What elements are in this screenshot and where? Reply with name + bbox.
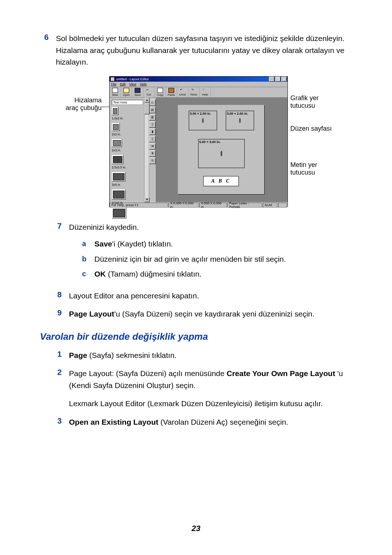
substep-a-text: Save'i (Kaydet) tıklatın.	[94, 238, 173, 250]
new-icon	[112, 88, 118, 93]
status-paper: Paper Letter : Portrait	[227, 203, 262, 208]
sec2-step2-num: 2	[53, 368, 62, 410]
align-vcenter-btn[interactable]: ▤	[149, 107, 156, 113]
ph-item-7[interactable]	[112, 208, 143, 219]
sec2-step3-text: Open an Existing Layout (Varolan Düzeni …	[69, 416, 352, 428]
cut-icon: ✂	[146, 88, 151, 93]
layout-editor-figure: Hizalama araç çubuğu Grafik yer tutucusu…	[58, 76, 334, 207]
toolbar-cut[interactable]: ✂Cut	[143, 87, 155, 97]
canvas-area: 3.00 × 2.00 in. 3.00 × 2.00 in. 5.00 × 3…	[156, 98, 287, 202]
substep-a-marker: a	[82, 238, 89, 250]
scroll-down-button[interactable]: ▼	[144, 197, 150, 202]
status-grip	[278, 203, 287, 208]
callout-graphic-placeholder: Grafik yer tutucusu	[290, 94, 319, 110]
toolbar-copy[interactable]: Copy	[155, 87, 166, 97]
step-number-6: 6	[40, 33, 49, 68]
help-icon: ?	[203, 88, 208, 93]
layout-page-canvas[interactable]: 3.00 × 2.00 in. 3.00 × 2.00 in. 5.00 × 3…	[178, 105, 264, 194]
open-icon	[123, 88, 129, 93]
substep-c-marker: c	[82, 268, 89, 280]
gear-icon	[202, 119, 204, 122]
substep-b-marker: b	[82, 253, 89, 265]
section-title-edit-existing-layout: Varolan bir düzende değişiklik yapma	[40, 331, 352, 342]
align-hcenter-btn[interactable]: ▮	[149, 128, 156, 135]
layout-editor-window: untitled - Layout Editor _ ❐ × File Edit…	[109, 76, 288, 207]
window-minimize-button[interactable]: _	[269, 77, 274, 82]
sec2-step1-text: Page (Sayfa) sekmesini tıklatın.	[69, 350, 352, 362]
gear-icon	[239, 119, 241, 122]
toolbar-open[interactable]: Open	[121, 87, 132, 97]
callout-align-toolbar: Hizalama araç çubuğu	[58, 97, 102, 112]
copy-icon	[157, 88, 163, 93]
window-maximize-button[interactable]: ❐	[275, 77, 281, 82]
step-number-9: 9	[53, 308, 62, 320]
redo-icon: ↷	[191, 88, 196, 93]
ph-item-2[interactable]: 2x2 in.	[112, 123, 143, 136]
toolbar-redo[interactable]: ↷Redo	[188, 87, 200, 97]
toolbar: New Open Save ✂Cut Copy Paste ↶Undo ↷Red…	[110, 87, 287, 98]
toolbar-undo[interactable]: ↶Undo	[177, 87, 188, 97]
text-area-label: Text Area	[112, 100, 143, 105]
sec2-step2-para2: Lexmark Layout Editor (Lexmark Düzen Düz…	[69, 398, 352, 410]
align-bottom-btn[interactable]: ▥	[149, 114, 156, 121]
step-number-8: 8	[53, 290, 62, 302]
window-titlebar: untitled - Layout Editor _ ❐ ×	[110, 77, 287, 82]
ph-item-6[interactable]: 3.5x5 in.	[112, 189, 143, 205]
toolbar-save[interactable]: Save	[132, 87, 143, 97]
window-title: untitled - Layout Editor	[116, 77, 149, 81]
page-number: 23	[0, 524, 392, 533]
alignment-toolbar: ▭ ▤ ▥ ▯ ▮ ▯ ⇆ ⇅ ↻	[149, 98, 156, 202]
callout-text-placeholder: Metin yer tutucusu	[290, 161, 317, 176]
substep-c-text: OK (Tamam) düğmesini tıklatın.	[94, 268, 201, 280]
text-placeholder[interactable]: A B C	[203, 176, 239, 186]
workarea: Text Area 1.6x2 in. 2x2 in. 2x3 in. 2.5x…	[110, 98, 287, 202]
gear-icon	[221, 152, 222, 155]
sec2-step2-text: Page Layout: (Sayfa Düzeni) açılı menüsü…	[69, 368, 352, 410]
step-text-6: Sol bölmedeki yer tutucuları düzen sayfa…	[56, 33, 352, 68]
window-app-icon	[110, 77, 115, 81]
step-number-7: 7	[53, 221, 62, 283]
toolbar-new[interactable]: New	[110, 87, 121, 97]
distribute-v-btn[interactable]: ⇅	[149, 150, 156, 157]
menu-help[interactable]: Help	[140, 82, 147, 86]
graphic-placeholder-1[interactable]: 3.00 × 2.00 in.	[189, 111, 217, 130]
align-left-btn[interactable]: ▯	[149, 121, 156, 128]
step-text-9: Page Layout'u (Sayfa Düzeni) seçin ve ka…	[69, 308, 352, 320]
menu-file[interactable]: File	[111, 82, 117, 86]
distribute-h-btn[interactable]: ⇆	[149, 143, 156, 150]
ph-item-4[interactable]: 2.5x3.5 in.	[112, 155, 143, 169]
window-menubar: File Edit View Help	[110, 82, 287, 87]
paste-icon	[168, 88, 174, 93]
graphic-placeholder-3[interactable]: 5.00 × 3.00 in.	[198, 139, 245, 168]
status-size: 0.000 X 0.000 in	[199, 203, 226, 208]
sec2-step1-num: 1	[53, 350, 62, 362]
save-icon	[135, 88, 140, 93]
align-top-btn[interactable]: ▭	[149, 99, 156, 106]
status-coord: X:0.000 Y:0.000 in	[168, 203, 199, 208]
menu-view[interactable]: View	[129, 82, 136, 86]
undo-icon: ↶	[180, 88, 185, 93]
window-close-button[interactable]: ×	[281, 77, 287, 82]
left-pane-scrollbar[interactable]: ▲ ▼	[144, 98, 149, 202]
scroll-up-button[interactable]: ▲	[144, 98, 150, 103]
scroll-thumb[interactable]	[144, 103, 150, 114]
substep-b-text: Düzeniniz için bir ad girin ve açılır me…	[94, 253, 286, 265]
document-page: 6 Sol bölmedeki yer tutucuları düzen say…	[0, 0, 392, 555]
ph-item-3[interactable]: 2x3 in.	[112, 139, 143, 152]
menu-edit[interactable]: Edit	[120, 82, 126, 86]
sec2-step3-num: 3	[53, 416, 62, 428]
align-right-btn[interactable]: ▯	[149, 136, 156, 142]
callout-layout-page: Düzen sayfası	[290, 125, 332, 132]
graphic-placeholder-2[interactable]: 3.00 × 2.00 in.	[226, 111, 254, 130]
toolbar-help[interactable]: ?Help	[200, 87, 211, 97]
status-num: NUM	[263, 203, 277, 208]
placeholder-pane: Text Area 1.6x2 in. 2x2 in. 2x3 in. 2.5x…	[110, 98, 149, 202]
ph-item-5[interactable]: 3x5 in.	[112, 172, 143, 187]
ph-item-1[interactable]: 1.6x2 in.	[112, 107, 143, 120]
rotate-btn[interactable]: ↻	[149, 158, 156, 164]
step-text-8: Layout Editor ana penceresini kapatın.	[69, 290, 352, 302]
toolbar-paste[interactable]: Paste	[166, 87, 177, 97]
